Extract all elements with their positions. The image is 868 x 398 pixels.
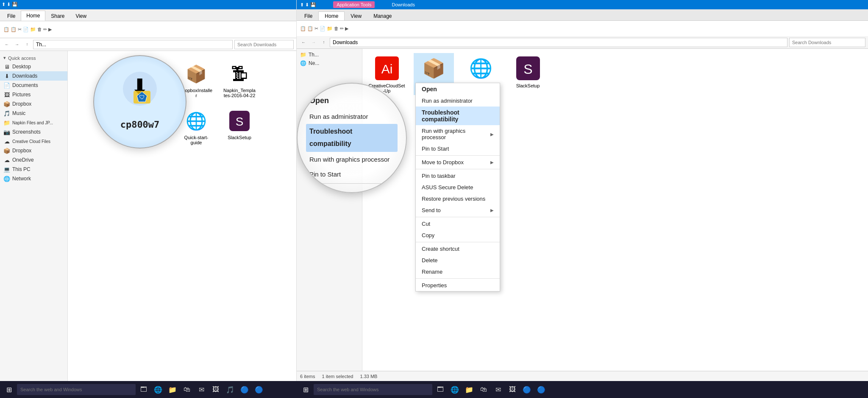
magnified-open: Open (306, 92, 398, 109)
r-back-button[interactable]: ← (299, 38, 308, 47)
r-forward-button[interactable]: → (309, 38, 318, 47)
back-button[interactable]: ← (3, 40, 11, 49)
ctx-graphics[interactable]: Run with graphics processor ▶ (416, 125, 500, 143)
sidebar-item-dropbox[interactable]: 📦 Dropbox (0, 99, 67, 109)
explorer-icon[interactable]: 📁 (166, 383, 179, 396)
forward-button[interactable]: → (13, 40, 21, 49)
left-taskbar: ⊞ 🗔 🌐 📁 🛍 ✉ 🖼 🎵 🔵 🔵 (0, 381, 297, 398)
r-tab-home[interactable]: Home (318, 11, 345, 20)
search-input[interactable] (234, 40, 294, 49)
files-grid: 📦 DropboxInstaller 🗜 Napkin_Templates-20… (177, 59, 293, 148)
ctx-pin-start[interactable]: Pin to Start (416, 143, 500, 154)
sidebar-item-music[interactable]: 🎵 Music (0, 109, 67, 118)
sidebar-item-pictures[interactable]: 🖼 Pictures (0, 90, 67, 99)
left-ribbon-top: ⬆ ⬇ 💾 (0, 0, 296, 9)
ctx-properties[interactable]: Properties (416, 280, 500, 291)
dropbox-installer-icon: 📦 (184, 61, 209, 87)
left-ribbon: ⬆ ⬇ 💾 File Home Share View 📋 📋 ✂ 📄 📁 🗑 ✏… (0, 0, 296, 38)
ctx-dropbox[interactable]: Move to Dropbox ▶ (416, 157, 500, 168)
store-icon[interactable]: 🛍 (181, 383, 193, 396)
r-selected-count: 1 item selected (322, 374, 353, 379)
music2-icon[interactable]: 🎵 (224, 383, 236, 396)
sidebar-item-dropbox2[interactable]: 📦 Dropbox (0, 146, 67, 155)
start-button[interactable]: ⊞ (3, 383, 15, 396)
app-tools-label: Application Tools (333, 1, 375, 8)
file-napkin-templates[interactable]: 🗜 Napkin_Templates-2016-04-22 (220, 59, 259, 101)
quick-access-toolbar[interactable]: ⬆ ⬇ 💾 (2, 2, 18, 7)
r-mail-icon[interactable]: ✉ (492, 383, 504, 396)
ctx-send-to[interactable]: Send to ▶ (416, 205, 500, 216)
r-search-input[interactable] (789, 38, 865, 47)
sidebar-item-downloads[interactable]: ⬇ Downloads (0, 71, 67, 81)
ctx-create-shortcut[interactable]: Create shortcut (416, 243, 500, 255)
tab-view[interactable]: View (70, 11, 92, 21)
ctx-open[interactable]: Open (416, 83, 500, 95)
ctx-delete[interactable]: Delete (416, 255, 500, 266)
sidebar-item-napkin[interactable]: 📁 Napkin Files and JP... (0, 118, 67, 127)
r-explorer-icon[interactable]: 📁 (463, 383, 476, 396)
magnified-graphics: Run with graphics processor (306, 152, 398, 167)
edge-icon[interactable]: 🌐 (152, 383, 164, 396)
r-edge-icon[interactable]: 🌐 (448, 383, 461, 396)
r-tab-manage[interactable]: Manage (367, 12, 398, 20)
r-sidebar-th[interactable]: 📁 Th... (297, 50, 362, 59)
photo-icon[interactable]: 🖼 (209, 383, 222, 396)
r-up-button[interactable]: ↑ (320, 38, 328, 47)
tab-file[interactable]: File (2, 11, 21, 21)
ctx-cut[interactable]: Cut (416, 218, 500, 230)
folder-icon: 📁 (300, 52, 306, 58)
r-sidebar-ne[interactable]: 🌐 Ne... (297, 59, 362, 67)
ctx-troubleshoot[interactable]: Troubleshoot compatibility (416, 107, 500, 125)
pictures-icon: 🖼 (3, 91, 10, 98)
r-photo-icon[interactable]: 🖼 (506, 383, 519, 396)
r-more-icon[interactable]: 🔵 (535, 383, 548, 396)
sidebar-item-desktop[interactable]: 🖥 Desktop (0, 62, 67, 71)
r-start-button[interactable]: ⊞ (299, 383, 312, 396)
tab-home[interactable]: Home (21, 11, 45, 21)
zip-icon: 🗜 (227, 61, 252, 87)
sidebar-item-documents[interactable]: 📄 Documents (0, 81, 67, 90)
left-content: ▾ Quick access 🖥 Desktop ⬇ Downloads 📄 D… (0, 51, 296, 388)
address-input[interactable] (33, 40, 233, 49)
magnified-circle: Open Run as administrator Troubleshoot c… (297, 83, 407, 193)
network-icon: 🌐 (3, 175, 10, 182)
r-file-slacksetup[interactable]: S SlackSetup (508, 53, 548, 95)
ctx-asus-delete[interactable]: ASUS Secure Delete (416, 182, 500, 193)
sidebar-item-screenshots[interactable]: 📷 Screenshots (0, 127, 67, 137)
r-items-count: 6 items (300, 374, 315, 379)
sidebar-item-network[interactable]: 🌐 Network (0, 174, 67, 183)
file-slacksetup[interactable]: S SlackSetup (220, 106, 259, 148)
network-icon2: 🌐 (300, 60, 306, 66)
ctx-run-admin[interactable]: Run as administrator (416, 95, 500, 107)
ctx-pin-taskbar[interactable]: Pin to taskbar (416, 170, 500, 182)
r-address-input[interactable] (330, 38, 787, 47)
mail-icon[interactable]: ✉ (195, 383, 208, 396)
separator-5 (416, 278, 500, 279)
ctx-rename[interactable]: Rename (416, 266, 500, 277)
svg-text:S: S (236, 115, 244, 128)
sidebar-item-thispc[interactable]: 💻 This PC (0, 165, 67, 174)
separator-divider (309, 183, 394, 184)
task-view-icon[interactable]: 🗔 (137, 383, 150, 396)
right-status-bar: 6 items 1 item selected 1.33 MB (297, 371, 868, 381)
sidebar-item-creativecloud[interactable]: ☁ Creative Cloud Files (0, 137, 67, 146)
r-tab-view[interactable]: View (345, 12, 367, 20)
chrome-icon[interactable]: 🔵 (238, 383, 251, 396)
r-store-icon[interactable]: 🛍 (477, 383, 490, 396)
screenshots-icon: 📷 (3, 129, 10, 135)
separator-1 (416, 155, 500, 156)
ribbon-actions: 📋 📋 ✂ 📄 📁 🗑 ✏ ▶ (3, 27, 52, 32)
r-taskbar-search-input[interactable] (314, 384, 432, 395)
ctx-restore-versions[interactable]: Restore previous versions (416, 193, 500, 205)
more-icon[interactable]: 🔵 (253, 383, 265, 396)
r-chrome-icon[interactable]: 🔵 (520, 383, 533, 396)
magnified-icon-circle: ⬇ 🛡 cp800w7 (93, 55, 186, 149)
taskbar-search-input[interactable] (17, 384, 136, 395)
ctx-copy[interactable]: Copy (416, 230, 500, 241)
up-button[interactable]: ↑ (23, 40, 31, 49)
r-tab-file[interactable]: File (298, 12, 318, 20)
onedrive-icon: ☁ (3, 157, 10, 163)
sidebar-item-onedrive[interactable]: ☁ OneDrive (0, 155, 67, 165)
tab-share[interactable]: Share (45, 11, 70, 21)
r-task-view-icon[interactable]: 🗔 (434, 383, 447, 396)
